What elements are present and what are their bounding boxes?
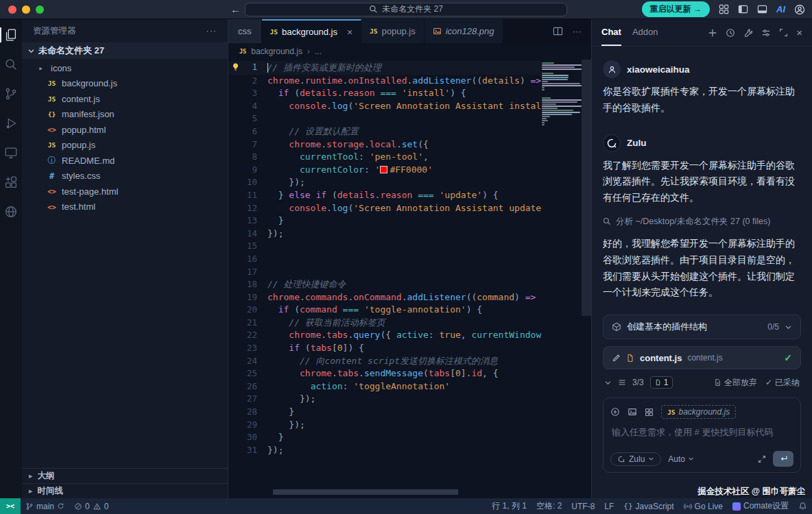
navigate-back-icon[interactable]: ← (230, 3, 241, 15)
context-file-chip[interactable]: JS background.js (661, 405, 736, 419)
remote-indicator-button[interactable]: >< (0, 498, 21, 514)
close-panel-icon[interactable]: × (796, 27, 802, 38)
tree-item-popup.html[interactable]: <>popup.html (22, 122, 228, 138)
code-line[interactable]: 12 console.log('Screen Annotation Assist… (228, 202, 542, 215)
code-line[interactable]: 3 if (details.reason === 'install') { (228, 87, 542, 100)
code-line[interactable]: 26 action: 'toggleAnnotation' (228, 380, 542, 393)
comate-settings-button[interactable]: Comate设置 (728, 498, 793, 514)
discard-all-button[interactable]: 全部放弃 (714, 377, 757, 389)
mode-selector[interactable]: Auto (668, 454, 694, 464)
chat-input[interactable] (612, 427, 795, 437)
code-line[interactable]: 22 chrome.tabs.query({ active: true, cur… (228, 329, 542, 342)
expand-input-icon[interactable] (758, 455, 766, 463)
toggle-sidebar-icon[interactable] (738, 4, 748, 14)
accepted-button[interactable]: ✓ 已采纳 (765, 377, 800, 389)
tools-icon[interactable] (743, 28, 753, 38)
sliders-icon[interactable] (761, 28, 771, 38)
source-control-icon[interactable] (0, 86, 22, 101)
extensions-icon[interactable] (0, 175, 22, 190)
code-line[interactable]: 30 } (228, 431, 542, 444)
code-line[interactable]: 20 if (command === 'toggle-annotation') … (228, 304, 542, 317)
notifications-bell[interactable] (793, 498, 812, 514)
vertical-scrollbar[interactable] (582, 60, 591, 316)
tree-item-background.js[interactable]: JSbackground.js (22, 76, 228, 92)
account-icon[interactable] (794, 4, 805, 15)
explorer-icon[interactable] (0, 27, 22, 42)
code-line[interactable]: 29 }); (228, 419, 542, 432)
code-line[interactable]: 4 console.log('Screen Annotation Assista… (228, 100, 542, 113)
tab-chat[interactable]: Chat (601, 19, 621, 46)
code-line[interactable]: 13 } (228, 215, 542, 228)
horizontal-scrollbar[interactable] (273, 489, 458, 495)
expand-panel-icon[interactable] (779, 28, 788, 37)
maximize-window-button[interactable] (36, 5, 44, 14)
split-editor-icon[interactable] (553, 26, 563, 36)
code-line[interactable]: 24 // 向content script发送切换标注模式的消息 (228, 355, 542, 368)
code-line[interactable]: 11 } else if (details.reason === 'update… (228, 189, 542, 202)
code-line[interactable]: 1// 插件安装或更新时的处理 (228, 61, 542, 75)
minimize-window-button[interactable] (22, 5, 30, 14)
language-mode[interactable]: {} JavaScript (619, 498, 678, 514)
live-preview-icon[interactable] (0, 204, 22, 219)
workspace-root-row[interactable]: 未命名文件夹 27 (22, 42, 228, 59)
code-line[interactable]: 10 }); (228, 176, 542, 189)
tree-item-content.js[interactable]: JScontent.js (22, 91, 228, 107)
tree-item-test.html[interactable]: <>test.html (22, 199, 228, 215)
chevron-down-icon[interactable] (604, 379, 612, 387)
problems-item[interactable]: 0 0 (69, 498, 113, 514)
code-line[interactable]: 16 (228, 253, 542, 266)
tree-item-styles.css[interactable]: #styles.css (22, 169, 228, 184)
minimap[interactable] (542, 62, 582, 126)
indentation[interactable]: 空格: 2 (532, 498, 566, 514)
encoding[interactable]: UTF-8 (566, 498, 599, 514)
more-actions-icon[interactable]: ··· (573, 26, 582, 36)
cursor-position[interactable]: 行 1, 列 1 (487, 498, 532, 514)
code-line[interactable]: 18// 处理快捷键命令 (228, 278, 542, 291)
code-line[interactable]: 7 chrome.storage.local.set({ (228, 138, 542, 151)
history-icon[interactable] (726, 28, 735, 38)
new-chat-icon[interactable] (708, 28, 717, 38)
attach-image-icon[interactable] (628, 407, 637, 417)
grid-layout-icon[interactable] (719, 4, 729, 14)
add-context-icon[interactable] (610, 407, 620, 417)
code-line[interactable]: 23 if (tabs[0]) { (228, 342, 542, 355)
tree-item-manifest.json[interactable]: {}manifest.json (22, 107, 228, 123)
eol-sequence[interactable]: LF (599, 498, 619, 514)
tab-background-js[interactable]: JS background.js × (262, 19, 362, 43)
code-line[interactable]: 2chrome.runtime.onInstalled.addListener(… (228, 75, 542, 88)
ai-features-icon[interactable]: AI (776, 4, 785, 14)
code-line[interactable]: 25 chrome.tabs.sendMessage(tabs[0].id, { (228, 367, 542, 380)
toggle-panel-icon[interactable] (757, 4, 767, 14)
code-line[interactable]: 6 // 设置默认配置 (228, 125, 542, 138)
file-count-badge[interactable]: 1 (650, 376, 673, 389)
code-line[interactable]: 28 } (228, 406, 542, 419)
tab-popup-js[interactable]: JS popup.js (361, 19, 425, 43)
code-line[interactable]: 17 (228, 266, 542, 279)
code-line[interactable]: 27 }); (228, 393, 542, 406)
search-icon[interactable] (0, 57, 22, 72)
code-line[interactable]: 14}); (228, 228, 542, 241)
tree-item-icons[interactable]: ▸icons (22, 60, 228, 76)
tab-addon[interactable]: Addon (632, 19, 658, 46)
tree-item-README.md[interactable]: ⓘREADME.md (22, 153, 228, 169)
remote-explorer-icon[interactable] (0, 145, 22, 160)
grid-icon[interactable] (645, 408, 654, 417)
close-window-button[interactable] (8, 5, 16, 14)
close-tab-icon[interactable]: × (347, 27, 353, 38)
breadcrumb[interactable]: JS background.js › ... (228, 43, 591, 60)
code-line[interactable]: 9 currentColor: '#FF0000' (228, 164, 542, 177)
timeline-section[interactable]: ▸ 时间线 (22, 483, 228, 498)
model-selector[interactable]: Zulu (610, 452, 661, 466)
outline-section[interactable]: ▸ 大纲 (22, 468, 228, 483)
code-line[interactable]: 8 currentTool: 'pen-tool', (228, 151, 542, 164)
code-line[interactable]: 5 (228, 112, 542, 125)
code-editor[interactable]: 1// 插件安装或更新时的处理2chrome.runtime.onInstall… (228, 60, 591, 498)
command-center-search[interactable]: 未命名文件夹 27 (245, 3, 567, 16)
tab-icon128-png[interactable]: icon128.png (425, 19, 503, 43)
tab-css[interactable]: css (228, 19, 262, 43)
code-line[interactable]: 15 (228, 240, 542, 253)
analysis-row[interactable]: 分析 ~/Desktop/未命名文件夹 27 (0 files) (603, 216, 801, 228)
restart-to-update-button[interactable]: 重启以更新 → (642, 1, 710, 17)
code-line[interactable]: 19chrome.commands.onCommand.addListener(… (228, 291, 542, 304)
tree-item-popup.js[interactable]: JSpopup.js (22, 138, 228, 154)
